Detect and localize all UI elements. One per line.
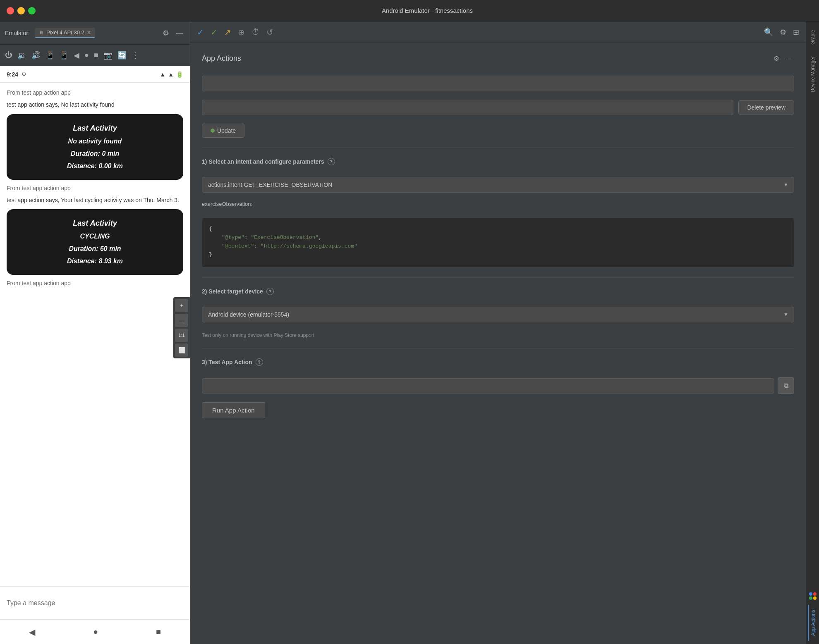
emulator-label: Emulator:	[5, 30, 30, 36]
expand-toolbar-icon[interactable]: ⊞	[793, 28, 799, 37]
divider-3	[202, 348, 794, 348]
step3-label: 3) Test App Action ?	[202, 358, 794, 366]
zoom-out-button[interactable]: —	[175, 314, 188, 327]
app-actions-title: App Actions	[202, 54, 241, 63]
copy-adb-button[interactable]: ⧉	[778, 377, 794, 394]
activity-card-2-value-2: Duration: 60 min	[15, 245, 175, 253]
status-time: 9:24	[7, 71, 18, 78]
more-icon[interactable]: ⋮	[132, 51, 139, 60]
emulator-toolbar: Emulator: 🖥 Pixel 4 API 30 2 ✕ ⚙ —	[0, 21, 190, 45]
close-button[interactable]	[7, 7, 14, 14]
chat-message-2: test app action says, Your last cycling …	[7, 196, 183, 205]
sidebar-tab-app-actions[interactable]: App Actions	[808, 605, 818, 641]
screenshot-icon[interactable]: 📷	[103, 51, 113, 60]
settings-icon[interactable]: ⚙	[161, 27, 171, 39]
debug-icon[interactable]: ✓	[197, 27, 204, 37]
minimize-icon[interactable]: —	[174, 27, 185, 39]
adb-command-input[interactable]: adb -s emulator-5554 shell am start -a a…	[202, 378, 774, 394]
activity-card-2-value-3: Distance: 8.93 km	[15, 258, 175, 265]
zoom-in-button[interactable]: +	[175, 299, 188, 312]
device-dropdown[interactable]: Android device (emulator-5554)	[202, 307, 794, 322]
back-icon[interactable]: ◀	[74, 51, 79, 60]
actual-size-button[interactable]: 1:1	[175, 329, 188, 342]
android-status-bar: 9:24 ⚙ ▲ ▲ 🔋	[0, 66, 190, 83]
google-icon	[809, 592, 817, 600]
device-tab-close[interactable]: ✕	[87, 30, 91, 36]
run-app-action-button[interactable]: Run App Action	[202, 402, 265, 418]
activity-card-2-value-1: CYCLING	[15, 233, 175, 240]
volume-up-icon[interactable]: 🔊	[31, 51, 41, 60]
app-name-input[interactable]: App name: test app action	[202, 76, 794, 91]
app-actions-content: App Actions ⚙ — App name: test app actio…	[190, 43, 806, 644]
ide-toolbar: ✓ ✓ ↗ ⊕ ⏱ ↺ 🔍 ⚙ ⊞	[190, 21, 806, 43]
activity-card-1: Last Activity No activity found Duration…	[7, 114, 183, 180]
activity-card-1-value-3: Distance: 0.00 km	[15, 162, 175, 170]
header-actions: ⚙ —	[772, 53, 794, 64]
right-sidebar: Gradle Device Manager App Actions	[806, 21, 819, 644]
profiler-icon[interactable]: ⏱	[251, 27, 260, 37]
device-controls: ⏻ 🔉 🔊 📱 📱 ◀ ● ■ 📷 🔄 ⋮	[0, 45, 190, 66]
rotate-icon[interactable]: 🔄	[117, 51, 127, 60]
step2-help-icon[interactable]: ?	[266, 288, 274, 295]
chat-system-2: From test app action app	[7, 185, 183, 191]
home-icon[interactable]: ●	[84, 51, 89, 60]
update-button[interactable]: Update	[202, 124, 244, 138]
settings-toolbar-icon[interactable]: ⚙	[780, 28, 786, 37]
locale-input[interactable]: Locale: en	[202, 100, 733, 115]
sidebar-tab-device-manager[interactable]: Device Manager	[808, 51, 817, 97]
update-label: Update	[217, 127, 236, 134]
device-hint: Test only on running device with Play St…	[202, 332, 794, 338]
copy-icon: ⧉	[784, 382, 788, 389]
home-nav-button[interactable]: ●	[83, 624, 108, 640]
settings-section-button[interactable]: ⚙	[772, 53, 781, 64]
device-tab-label: Pixel 4 API 30 2	[46, 29, 84, 36]
minimize-button[interactable]	[17, 7, 25, 14]
maximize-button[interactable]	[28, 7, 36, 14]
activity-card-1-value-1: No activity found	[15, 138, 175, 145]
fit-screen-button[interactable]: ⬜	[175, 343, 188, 357]
android-input-bar	[0, 586, 190, 619]
code-editor[interactable]: { "@type": "ExerciseObservation", "@cont…	[202, 218, 794, 267]
run-icon[interactable]: ✓	[211, 27, 218, 37]
stop-icon[interactable]: ■	[94, 51, 98, 60]
activity-card-1-title: Last Activity	[15, 124, 175, 133]
undo-icon[interactable]: ↺	[266, 27, 273, 37]
divider-2	[202, 277, 794, 278]
back-nav-button[interactable]: ◀	[19, 624, 45, 640]
step1-label: 1) Select an intent and configure parame…	[202, 158, 794, 165]
step2-label: 2) Select target device ?	[202, 288, 794, 295]
sidebar-tab-gradle[interactable]: Gradle	[808, 25, 817, 50]
activity-card-1-value-2: Duration: 0 min	[15, 150, 175, 157]
run-app-action-label: Run App Action	[212, 407, 255, 414]
power-icon[interactable]: ⏻	[5, 51, 12, 60]
exercise-observation-label: exerciseObservation:	[202, 201, 794, 207]
volume-down-icon[interactable]: 🔉	[17, 51, 26, 60]
rotate-landscape-icon[interactable]: 📱	[60, 51, 69, 60]
signal-icon: ▲	[168, 71, 174, 78]
chat-system-1: From test app action app	[7, 89, 183, 96]
status-right-icons: ▲ ▲ 🔋	[160, 71, 183, 78]
attach-icon[interactable]: ↗	[224, 27, 231, 37]
app-actions-header: App Actions ⚙ —	[202, 53, 794, 64]
step1-help-icon[interactable]: ?	[328, 158, 335, 165]
step3-help-icon[interactable]: ?	[256, 358, 263, 366]
chat-message-1: test app action says, No last activity f…	[7, 101, 183, 109]
search-toolbar-icon[interactable]: 🔍	[764, 28, 773, 37]
activity-card-2-title: Last Activity	[15, 219, 175, 228]
adb-command-row: adb -s emulator-5554 shell am start -a a…	[202, 377, 794, 394]
device-tab[interactable]: 🖥 Pixel 4 API 30 2 ✕	[35, 28, 95, 38]
window-title: Android Emulator - fitnessactions	[42, 7, 812, 14]
collapse-section-button[interactable]: —	[784, 53, 794, 64]
intent-dropdown[interactable]: actions.intent.GET_EXERCISE_OBSERVATION	[202, 177, 794, 193]
delete-preview-label: Delete preview	[747, 104, 785, 111]
update-status-dot	[211, 129, 215, 133]
recents-nav-button[interactable]: ■	[146, 624, 171, 640]
add-config-icon[interactable]: ⊕	[238, 27, 245, 37]
rotate-portrait-icon[interactable]: 📱	[46, 51, 55, 60]
title-bar: Android Emulator - fitnessactions	[0, 0, 819, 21]
locale-row: Locale: en Delete preview	[202, 100, 794, 115]
intent-dropdown-wrapper: actions.intent.GET_EXERCISE_OBSERVATION …	[202, 177, 794, 193]
divider-1	[202, 148, 794, 148]
android-message-input[interactable]	[7, 599, 183, 607]
delete-preview-button[interactable]: Delete preview	[738, 100, 794, 114]
